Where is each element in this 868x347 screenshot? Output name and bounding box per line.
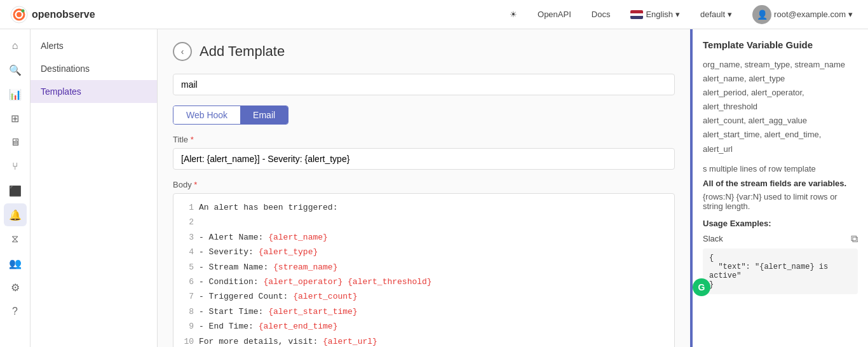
settings-icon[interactable]: ⚙ xyxy=(4,276,27,299)
body-label: Body * xyxy=(173,180,675,189)
tab-email[interactable]: Email xyxy=(240,106,288,124)
usage-title: Usage Examples: xyxy=(703,219,858,228)
theme-toggle[interactable]: ☀ xyxy=(505,7,522,22)
home-icon[interactable]: ⌂ xyxy=(4,34,27,57)
content-area: ‹ Add Template Web Hook Email Title xyxy=(158,29,868,347)
logo-text: openobserve xyxy=(32,9,95,20)
grid-icon[interactable]: ⊞ xyxy=(4,107,27,130)
sidebar-left: ⌂ 🔍 📊 ⊞ 🖥 ⑂ ⬛ 🔔 ⧖ 👥 ⚙ ? xyxy=(0,29,31,347)
code-line-3: 3 - Alert Name: {alert_name} xyxy=(181,230,667,245)
form-area: ‹ Add Template Web Hook Email Title xyxy=(158,29,690,347)
slack-code-block: { "text": "{alert_name} is active" } xyxy=(703,248,858,294)
code-line-7: 7 - Triggered Count: {alert_count} xyxy=(181,289,667,304)
title-label: Title * xyxy=(173,135,675,144)
guide-panel: Template Variable Guide org_name, stream… xyxy=(690,29,868,347)
all-fields-note: All of the stream fields are variables. xyxy=(703,179,858,188)
openapi-link[interactable]: OpenAPI xyxy=(532,7,576,22)
users-icon[interactable]: 👥 xyxy=(4,252,27,275)
filter-icon[interactable]: ⧖ xyxy=(4,228,27,250)
monitor-icon[interactable]: 🖥 xyxy=(4,131,27,154)
title-field-row: Title * xyxy=(173,135,675,170)
nav-item-templates[interactable]: Templates xyxy=(31,80,157,103)
title-required: * xyxy=(191,135,194,144)
body-required: * xyxy=(194,180,197,189)
chart-icon[interactable]: 📊 xyxy=(4,83,27,105)
guide-variables: org_name, stream_type, stream_name alert… xyxy=(703,58,858,156)
code-line-1: 1 An alert has been triggered: xyxy=(181,200,667,215)
grammarly-badge[interactable]: G xyxy=(693,278,710,296)
nav-item-destinations[interactable]: Destinations xyxy=(31,57,157,80)
body-editor[interactable]: 1 An alert has been triggered: 2 3 - Ale… xyxy=(173,193,675,347)
guide-title: Template Variable Guide xyxy=(703,39,858,50)
nav-item-alerts[interactable]: Alerts xyxy=(31,34,157,57)
code-line-9: 9 - End Time: {alert_end_time} xyxy=(181,319,667,334)
copy-icon[interactable]: ⧉ xyxy=(851,233,858,245)
svg-point-2 xyxy=(17,12,22,17)
flag-icon xyxy=(630,10,643,19)
code-line-8: 8 - Start Time: {alert_start_time} xyxy=(181,304,667,319)
code-line-6: 6 - Condition: {alert_operator} {alert_t… xyxy=(181,275,667,289)
page-header: ‹ Add Template xyxy=(173,42,675,61)
slack-label: Slack xyxy=(703,234,723,243)
org-selector[interactable]: default ▾ xyxy=(695,7,737,22)
share-icon[interactable]: ⑂ xyxy=(4,155,27,178)
logo-icon xyxy=(10,6,28,24)
tab-webhook[interactable]: Web Hook xyxy=(173,106,240,124)
title-input[interactable] xyxy=(173,148,675,170)
search-icon[interactable]: 🔍 xyxy=(4,58,27,81)
page-title: Add Template xyxy=(200,43,285,60)
avatar: 👤 xyxy=(752,5,771,24)
alert-icon[interactable]: 🔔 xyxy=(4,203,27,226)
code-line-2: 2 xyxy=(181,215,667,229)
code-line-5: 5 - Stream Name: {stream_name} xyxy=(181,260,667,275)
logo: openobserve xyxy=(10,6,95,24)
top-header: openobserve ☀ OpenAPI Docs English ▾ def… xyxy=(0,0,868,29)
code-line-4: 4 - Severity: {alert_type} xyxy=(181,245,667,259)
multiple-lines-note: s multiple lines of row template xyxy=(703,164,858,174)
slack-row: Slack ⧉ xyxy=(703,233,858,245)
rows-note: {rows:N} {var:N} used to limit rows or s… xyxy=(703,192,858,211)
extensions-icon[interactable]: ⬛ xyxy=(4,179,27,202)
help-icon[interactable]: ? xyxy=(4,300,27,323)
name-input[interactable] xyxy=(173,74,675,95)
user-menu[interactable]: 👤 root@example.com ▾ xyxy=(747,3,858,27)
nav-panel: Alerts Destinations Templates xyxy=(31,29,158,347)
template-type-tabs: Web Hook Email xyxy=(173,105,288,125)
code-line-10: 10 For more details, visit: {alert_url} xyxy=(181,334,667,347)
docs-link[interactable]: Docs xyxy=(587,7,616,22)
back-button[interactable]: ‹ xyxy=(173,42,192,61)
name-field-row xyxy=(173,74,675,95)
language-selector[interactable]: English ▾ xyxy=(625,7,685,22)
theme-icon: ☀ xyxy=(510,10,517,19)
body-field-row: Body * 1 An alert has been triggered: 2 … xyxy=(173,180,675,347)
svg-point-3 xyxy=(22,9,25,12)
